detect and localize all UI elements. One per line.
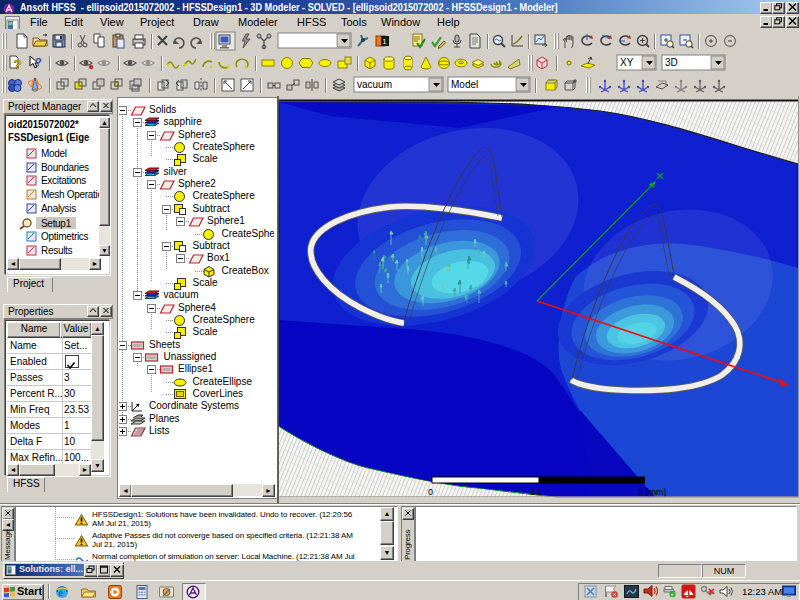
svg-text:XY: XY	[620, 57, 634, 68]
svg-text:3 (mm): 3 (mm)	[638, 487, 667, 497]
svg-text:Model: Model	[451, 79, 478, 90]
svg-text:1: 1	[382, 37, 387, 46]
svg-text:vacuum: vacuum	[357, 79, 392, 90]
svg-text:1.5: 1.5	[530, 487, 543, 497]
svg-text:3D: 3D	[665, 57, 678, 68]
svg-text:?: ?	[35, 56, 42, 68]
svg-text:?: ?	[14, 57, 22, 72]
svg-text:0: 0	[428, 487, 433, 497]
